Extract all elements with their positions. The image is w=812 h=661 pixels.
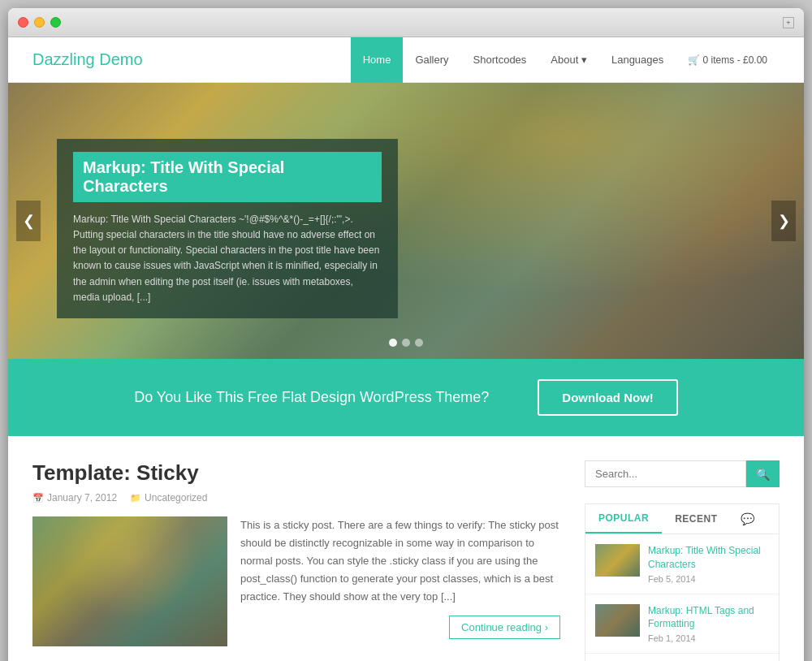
post-body: This is a sticky post. There are a few t… [32,516,560,646]
site-header: Dazzling Demo Home Gallery Shortcodes Ab… [8,37,804,83]
main-content: Template: Sticky 📅 January 7, 2012 📁 Unc… [8,436,804,661]
site-logo[interactable]: Dazzling Demo [32,50,351,69]
slider-dots [389,339,423,347]
post-image [32,516,227,646]
sidebar-post-title-2[interactable]: Markup: HTML Tags and Formatting [648,604,769,632]
post-text-area: This is a sticky post. There are a few t… [240,516,560,646]
nav-about[interactable]: About ▾ [538,37,599,83]
sidebar-post-date-2: Feb 1, 2014 [648,633,769,643]
sidebar-post-info-2: Markup: HTML Tags and Formatting Feb 1, … [648,604,769,644]
post-meta: 📅 January 7, 2012 📁 Uncategorized [32,492,560,503]
hero-text: Markup: Title With Special Characters ~'… [73,212,382,305]
tab-recent[interactable]: RECENT [662,504,730,534]
tabs-header: POPULAR RECENT 💬 [585,504,779,534]
posts-area: Template: Sticky 📅 January 7, 2012 📁 Unc… [32,460,585,661]
nav-cart[interactable]: 🛒 0 items - £0.00 [676,37,780,83]
calendar-icon: 📅 [32,493,44,503]
post-date: 📅 January 7, 2012 [32,492,117,503]
post-category: 📁 Uncategorized [130,492,207,503]
browser-buttons [18,17,61,28]
nav-home[interactable]: Home [351,37,404,83]
cta-banner: Do You Like This Free Flat Design WordPr… [8,359,804,436]
slider-prev-button[interactable]: ❮ [16,201,41,241]
nav-gallery[interactable]: Gallery [403,37,460,83]
comment-icon: 💬 [731,504,764,534]
sidebar-thumb-1 [595,544,640,577]
tab-popular[interactable]: POPULAR [585,504,662,534]
slider-dot-3[interactable] [415,339,423,347]
folder-icon: 📁 [130,493,141,503]
tabs-widget: POPULAR RECENT 💬 Markup: Title With Spec… [585,503,780,661]
nav-shortcodes[interactable]: Shortcodes [461,37,539,83]
hero-title: Markup: Title With Special Characters [73,152,382,202]
cta-text: Do You Like This Free Flat Design WordPr… [134,389,489,406]
hero-overlay: Markup: Title With Special Characters Ma… [57,139,398,318]
list-item: Markup: Title With Special Characters Fe… [585,534,779,594]
download-button[interactable]: Download Now! [538,379,678,416]
sidebar-post-title-1[interactable]: Markup: Title With Special Characters [648,544,769,572]
search-button[interactable]: 🔍 [746,460,780,487]
sidebar-thumb-2 [595,604,640,637]
minimize-button[interactable] [34,17,45,28]
maximize-button[interactable] [50,17,61,28]
sidebar-post-info-1: Markup: Title With Special Characters Fe… [648,544,769,584]
post-excerpt: This is a sticky post. There are a few t… [240,516,560,606]
slider-dot-2[interactable] [402,339,410,347]
browser-titlebar: + [8,8,804,37]
continue-reading-link[interactable]: Continue reading › [449,616,560,639]
slider-next-button[interactable]: ❯ [771,201,796,241]
search-box: 🔍 [585,460,780,487]
hero-slider: Markup: Title With Special Characters Ma… [8,83,804,359]
search-input[interactable] [585,460,746,487]
browser-window: + Dazzling Demo Home Gallery Shortcodes … [8,8,804,661]
list-item: Post Format: Video (YouTube) Jun 2, 2010 [585,654,779,661]
site-wrapper: Dazzling Demo Home Gallery Shortcodes Ab… [8,37,804,661]
slider-dot-1[interactable] [389,339,397,347]
continue-reading: Continue reading › [240,616,560,639]
list-item: Markup: HTML Tags and Formatting Feb 1, … [585,594,779,655]
sidebar: 🔍 POPULAR RECENT 💬 Markup: Title With Sp… [585,460,780,661]
sidebar-post-date-1: Feb 5, 2014 [648,574,769,584]
expand-icon[interactable]: + [783,17,794,28]
close-button[interactable] [18,17,28,28]
nav-languages[interactable]: Languages [599,37,676,83]
sidebar-posts: Markup: Title With Special Characters Fe… [585,534,779,661]
site-nav: Home Gallery Shortcodes About ▾ Language… [351,37,780,83]
post-title: Template: Sticky [32,460,560,486]
